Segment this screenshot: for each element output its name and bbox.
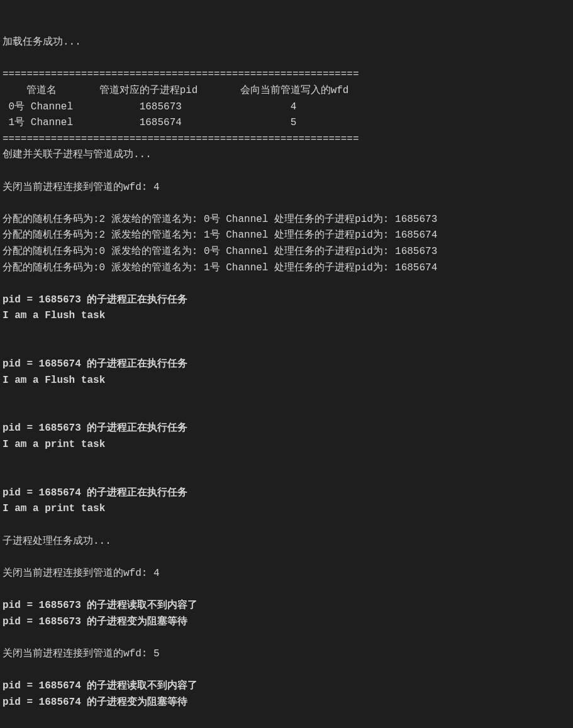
r1-block-wait: pid = 1685673 的子进程变为阻塞等待 xyxy=(3,616,187,627)
exec-2-header: pid = 1685674 的子进程正在执行任务 xyxy=(3,358,187,370)
exec-3-header: pid = 1685673 的子进程正在执行任务 xyxy=(3,422,187,434)
exec-1-task: I am a Flush task xyxy=(3,310,105,321)
line-load-success: 加载任务成功... xyxy=(3,36,81,48)
exec-4-header: pid = 1685674 的子进程正在执行任务 xyxy=(3,487,187,499)
row1-wfd: 5 xyxy=(291,117,297,128)
r1-read-none: pid = 1685673 的子进程读取不到内容了 xyxy=(3,600,197,611)
row0-name: 0号 Channel xyxy=(3,101,73,113)
dispatch-2: 分配的随机任务码为:2 派发给的管道名为: 1号 Channel 处理任务的子进… xyxy=(3,229,437,241)
row0-wfd: 4 xyxy=(291,101,297,113)
close-wfd-4b: 关闭当前进程连接到管道的wfd: 4 xyxy=(3,568,160,579)
row0-pid: 1685673 xyxy=(140,101,182,113)
th-col2: 管道对应的子进程pid xyxy=(99,85,198,96)
create-success: 创建并关联子进程与管道成功... xyxy=(3,149,152,160)
row1-pid: 1685674 xyxy=(140,117,182,128)
row1-name: 1号 Channel xyxy=(3,117,73,128)
r2-block-wait: pid = 1685674 的子进程变为阻塞等待 xyxy=(3,697,187,708)
th-col3: 会向当前管道写入的wfd xyxy=(240,85,349,96)
close-wfd-5: 关闭当前进程连接到管道的wfd: 5 xyxy=(3,648,160,659)
r2-read-none: pid = 1685674 的子进程读取不到内容了 xyxy=(3,680,197,692)
dispatch-3: 分配的随机任务码为:0 派发给的管道名为: 0号 Channel 处理任务的子进… xyxy=(3,246,437,257)
close-wfd-4a: 关闭当前进程连接到管道的wfd: 4 xyxy=(3,182,160,193)
divider-top: ========================================… xyxy=(3,69,359,80)
dispatch-1: 分配的随机任务码为:2 派发给的管道名为: 0号 Channel 处理任务的子进… xyxy=(3,214,437,225)
exec-3-task: I am a print task xyxy=(3,439,105,450)
exec-1-header: pid = 1685673 的子进程正在执行任务 xyxy=(3,294,187,306)
exec-2-task: I am a Flush task xyxy=(3,375,105,386)
dispatch-4: 分配的随机任务码为:0 派发给的管道名为: 1号 Channel 处理任务的子进… xyxy=(3,262,437,273)
divider-bottom: ========================================… xyxy=(3,133,359,145)
child-success: 子进程处理任务成功... xyxy=(3,536,111,547)
exec-4-task: I am a print task xyxy=(3,503,105,514)
th-col1: 管道名 xyxy=(3,85,57,96)
